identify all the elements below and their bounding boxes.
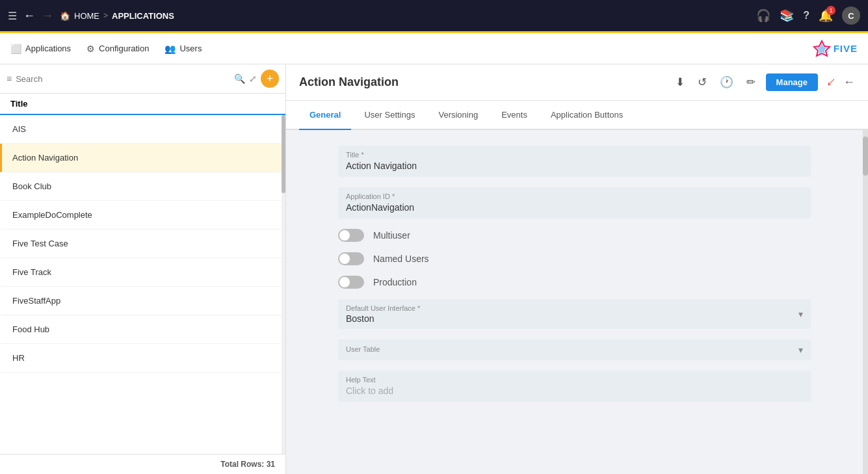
- list-item[interactable]: Five Test Case: [0, 230, 285, 258]
- help-icon[interactable]: ?: [803, 10, 809, 21]
- applications-label: Applications: [25, 44, 71, 53]
- list-item[interactable]: Food Hub: [0, 315, 285, 344]
- help-text-field[interactable]: Help Text Click to add: [338, 371, 811, 402]
- filter-icon[interactable]: ≡: [7, 73, 12, 84]
- right-scrollbar[interactable]: [863, 130, 868, 474]
- applications-icon: ⬜: [10, 44, 21, 54]
- help-text-label: Help Text: [346, 376, 803, 384]
- default-ui-label: Default User Interface *: [346, 304, 798, 312]
- notification-icon[interactable]: 🔔 1: [819, 8, 833, 23]
- named-users-label: Named Users: [373, 254, 429, 264]
- scroll-thumb[interactable]: [282, 115, 285, 193]
- breadcrumb-separator: >: [103, 11, 108, 20]
- main-layout: ≡ 🔍 ⤢ + Title AIS Action Navigation Book…: [0, 64, 868, 474]
- notification-badge: 1: [826, 6, 835, 15]
- production-label: Production: [373, 277, 417, 287]
- list-item[interactable]: Book Club: [0, 172, 285, 201]
- title-field-label: Title *: [346, 151, 803, 159]
- logo-text: FIVE: [834, 43, 858, 54]
- list-item[interactable]: Action Navigation: [0, 144, 285, 172]
- form-content: Title * Application ID * Multiuser Named…: [286, 130, 863, 474]
- search-bar: ≡ 🔍 ⤢ +: [0, 64, 285, 94]
- title-field: Title *: [338, 146, 811, 177]
- list-item[interactable]: ExampleDoComplete: [0, 201, 285, 230]
- manage-button[interactable]: Manage: [766, 73, 818, 91]
- production-row: Production: [338, 276, 811, 289]
- production-toggle[interactable]: [338, 276, 364, 289]
- tab-general[interactable]: General: [299, 101, 351, 130]
- configuration-label: Configuration: [99, 44, 149, 53]
- list-scroll[interactable]: AIS Action Navigation Book Club ExampleD…: [0, 115, 285, 454]
- list-header: Title: [0, 94, 285, 115]
- users-label: Users: [179, 44, 202, 53]
- top-bar: ☰ ← → 🏠 HOME > APPLICATIONS 🎧 📚 ? 🔔 1 C: [0, 0, 868, 31]
- default-ui-field[interactable]: Default User Interface * Boston ▾: [338, 299, 811, 329]
- app-id-field: Application ID *: [338, 187, 811, 218]
- secondary-nav: ⬜ Applications ⚙ Configuration 👥 Users F…: [0, 33, 868, 64]
- add-button[interactable]: +: [261, 70, 279, 88]
- multiuser-row: Multiuser: [338, 229, 811, 242]
- title-column-header: Title: [10, 99, 28, 109]
- search-input[interactable]: [16, 74, 230, 84]
- title-input[interactable]: [346, 161, 803, 171]
- tabs-bar: General User Settings Versioning Events …: [286, 101, 868, 130]
- current-page-label: APPLICATIONS: [112, 11, 174, 21]
- tab-versioning[interactable]: Versioning: [428, 101, 488, 130]
- nav-back-button[interactable]: ←: [23, 9, 35, 23]
- page-title: Action Navigation: [299, 75, 665, 89]
- books-icon[interactable]: 📚: [780, 8, 794, 23]
- download-button[interactable]: ⬇: [673, 73, 687, 92]
- right-scrollbar-thumb[interactable]: [863, 137, 868, 176]
- edit-button[interactable]: ✏: [744, 73, 758, 92]
- list-item[interactable]: AIS: [0, 115, 285, 144]
- user-table-label: User Table: [346, 345, 798, 353]
- tab-user-settings[interactable]: User Settings: [354, 101, 425, 130]
- nav-forward-button[interactable]: →: [42, 9, 53, 23]
- chevron-down-icon: ▾: [798, 309, 803, 319]
- chevron-down-icon: ▾: [798, 345, 803, 355]
- named-users-row: Named Users: [338, 252, 811, 265]
- hamburger-icon[interactable]: ☰: [8, 10, 17, 22]
- red-arrow-indicator: ↑: [822, 73, 839, 90]
- five-logo: FIVE: [813, 40, 858, 58]
- multiuser-toggle[interactable]: [338, 229, 364, 242]
- home-label[interactable]: HOME: [74, 11, 99, 21]
- default-ui-value: Boston: [346, 313, 798, 324]
- search-icon[interactable]: 🔍: [234, 73, 245, 84]
- list-footer: Total Rows: 31: [0, 454, 285, 474]
- nav-item-users[interactable]: 👥 Users: [164, 41, 202, 57]
- sidebar-icon-button[interactable]: ⤢: [249, 73, 257, 84]
- configuration-icon: ⚙: [86, 44, 95, 54]
- app-id-input[interactable]: [346, 202, 803, 213]
- left-panel: ≡ 🔍 ⤢ + Title AIS Action Navigation Book…: [0, 64, 286, 474]
- named-users-toggle[interactable]: [338, 252, 364, 265]
- users-icon: 👥: [164, 44, 176, 54]
- nav-item-applications[interactable]: ⬜ Applications: [10, 41, 71, 57]
- list-item[interactable]: Five Track: [0, 258, 285, 287]
- avatar[interactable]: C: [842, 7, 860, 25]
- list-item[interactable]: FiveStaffApp: [0, 287, 285, 315]
- multiuser-label: Multiuser: [373, 230, 410, 241]
- list-item[interactable]: HR: [0, 344, 285, 373]
- tab-application-buttons[interactable]: Application Buttons: [540, 101, 633, 130]
- back-button[interactable]: ←: [843, 75, 855, 89]
- tab-events[interactable]: Events: [491, 101, 538, 130]
- app-id-label: Application ID *: [346, 192, 803, 200]
- home-icon: 🏠: [60, 11, 70, 21]
- help-text-value: Click to add: [346, 386, 393, 396]
- scroll-track: [282, 115, 285, 454]
- right-header: Action Navigation ⬇ ↺ 🕐 ✏ Manage ↑ ←: [286, 64, 868, 101]
- headset-icon[interactable]: 🎧: [756, 8, 770, 23]
- user-table-field[interactable]: User Table ▾: [338, 339, 811, 360]
- restore-button[interactable]: ↺: [695, 73, 709, 92]
- nav-item-configuration[interactable]: ⚙ Configuration: [86, 41, 149, 57]
- right-panel: Action Navigation ⬇ ↺ 🕐 ✏ Manage ↑ ← Gen…: [286, 64, 868, 474]
- history-button[interactable]: 🕐: [717, 73, 736, 92]
- breadcrumb: 🏠 HOME > APPLICATIONS: [60, 11, 174, 21]
